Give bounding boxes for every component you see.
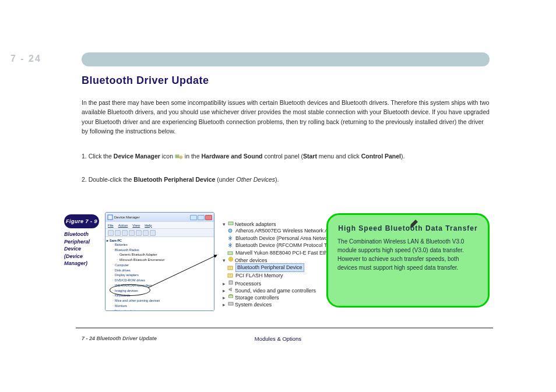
tree-cat-network-adapters[interactable]: ▾ Network adapters: [219, 220, 329, 227]
toolbar-icon[interactable]: [136, 230, 142, 236]
toolbar-icon[interactable]: [115, 230, 121, 236]
svg-rect-13: [229, 281, 233, 284]
tree-cat-storage[interactable]: ▸ Storage controllers: [219, 294, 329, 301]
window-controls: [190, 215, 212, 220]
section-title: Bluetooth Driver Update: [82, 75, 209, 87]
window-titlebar: Device Manager: [105, 213, 214, 222]
footer-center: Modules & Options: [0, 336, 556, 342]
pencil-icon: [409, 218, 419, 229]
svg-rect-3: [108, 215, 112, 220]
tree-item[interactable]: Imaging devices: [112, 288, 213, 294]
svg-text:!: !: [230, 274, 230, 277]
svg-point-5: [228, 229, 232, 232]
tree-cat-other-devices[interactable]: ▾ ? Other devices: [219, 256, 329, 263]
tree-item[interactable]: Monitors: [112, 303, 213, 309]
tree-item[interactable]: Bluetooth Device (RFCOMM Protocol TDI): [219, 242, 329, 249]
tree-item[interactable]: Batteries: [112, 242, 213, 248]
toolbar: [105, 229, 214, 237]
tree-item[interactable]: Generic Bluetooth Adapter: [112, 253, 213, 258]
device-tree: Sam-PC Batteries Bluetooth Radios Generi…: [105, 237, 214, 310]
processor-icon: [228, 280, 234, 285]
toolbar-icon[interactable]: [129, 230, 135, 236]
device-manager-window: Device Manager File Action View Help Sam…: [105, 212, 214, 311]
tree-item[interactable]: Bluetooth Device (Personal Area Network): [219, 235, 329, 242]
step-1: 1. Click the Device Manager icon in the …: [82, 151, 490, 161]
tree-item[interactable]: Atheros AR5007EG Wireless Network Adapte…: [219, 227, 329, 235]
tree-item[interactable]: Network adapters: [112, 309, 213, 310]
note-box: High Speed Bluetooth Data Transfer The C…: [326, 213, 490, 308]
maximize-button[interactable]: [198, 215, 205, 220]
tree-item[interactable]: Microsoft Bluetooth Enumerator: [112, 257, 213, 263]
note-title: High Speed Bluetooth Data Transfer: [338, 224, 477, 232]
tree-item[interactable]: Marvell Yukon 88E8040 PCI-E Fast Etherne…: [219, 249, 329, 257]
toolbar-icon[interactable]: [150, 230, 156, 236]
tree-cat-system[interactable]: ▸ System devices: [219, 301, 329, 308]
menubar: File Action View Help: [105, 222, 214, 229]
menu-help[interactable]: Help: [145, 224, 152, 227]
tree-root[interactable]: Sam-PC: [107, 238, 213, 242]
note-text: The Combination Wireless LAN & Bluetooth…: [337, 237, 478, 272]
page-number: 7 - 24: [10, 54, 41, 64]
svg-rect-4: [228, 222, 233, 225]
svg-rect-16: [228, 302, 233, 305]
menu-action[interactable]: Action: [118, 224, 128, 227]
tree-item[interactable]: Keyboards: [112, 294, 213, 299]
section-banner: [82, 52, 490, 66]
footer-rule: [76, 327, 493, 329]
menu-file[interactable]: File: [108, 224, 114, 227]
tree-item[interactable]: Disk drives: [112, 268, 213, 273]
system-icon: [228, 301, 234, 306]
device-tree-zoom: ▾ Network adapters Atheros AR5007EG Wire…: [219, 220, 329, 308]
svg-rect-1: [176, 156, 178, 157]
tree-item[interactable]: IDE ATA/ATAPI controllers: [112, 283, 213, 288]
window-title: Device Manager: [114, 216, 140, 219]
figure-badge: Figure 7 - 9: [64, 214, 99, 228]
toolbar-icon[interactable]: [143, 230, 149, 236]
svg-rect-6: [228, 252, 233, 255]
toolbar-icon[interactable]: [122, 230, 128, 236]
storage-icon: [228, 294, 234, 299]
figure-caption: Bluetooth Peripheral Device (Device Mana…: [64, 231, 99, 267]
app-icon: [107, 214, 113, 220]
step-2: 2. Double-click the Bluetooth Peripheral…: [82, 175, 490, 184]
window-title-group: Device Manager: [107, 214, 140, 220]
other-devices-icon: ?: [228, 256, 234, 262]
body-paragraph-intro: In the past there may have been some inc…: [82, 98, 490, 136]
tree-item[interactable]: !PCI FLASH Memory: [219, 272, 329, 280]
svg-text:!: !: [230, 266, 230, 270]
tree-item[interactable]: Display adapters: [112, 273, 213, 278]
minimize-button[interactable]: [190, 215, 197, 220]
menu-view[interactable]: View: [132, 224, 140, 227]
tree-cat-processors[interactable]: ▸ Processors: [219, 280, 329, 287]
tree-item[interactable]: DVD/CD-ROM drives: [112, 278, 213, 283]
sound-icon: [228, 287, 234, 292]
tree-item[interactable]: Mice and other pointing devices: [112, 298, 213, 303]
close-button[interactable]: [205, 215, 212, 220]
body-steps: 1. Click the Device Manager icon in the …: [82, 151, 490, 185]
network-icon: [228, 220, 234, 226]
tree-cat-sound[interactable]: ▸ Sound, video and game controllers: [219, 287, 329, 294]
tree-item[interactable]: Bluetooth Radios: [112, 248, 213, 253]
tree-item-selected[interactable]: !Bluetooth Peripheral Device: [219, 263, 329, 272]
tree-item[interactable]: Computer: [112, 263, 213, 268]
device-manager-icon: [175, 153, 183, 160]
toolbar-icon[interactable]: [108, 230, 114, 236]
svg-rect-15: [228, 295, 233, 298]
